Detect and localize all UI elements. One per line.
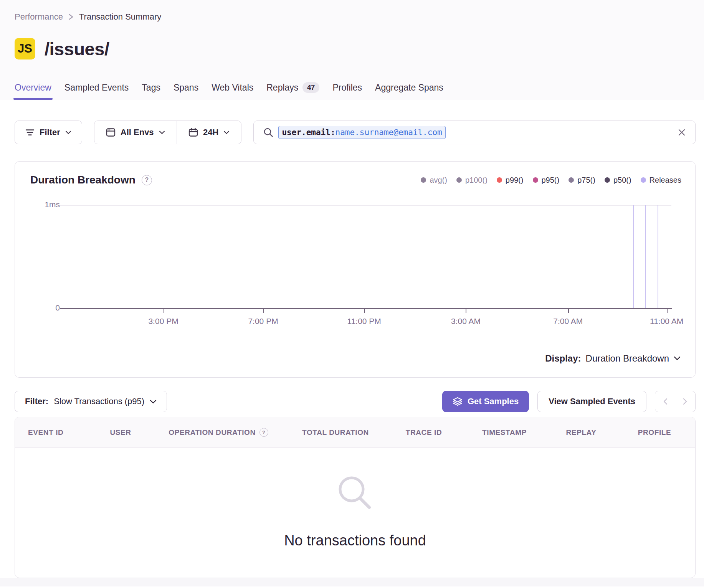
column-header-label: EVENT ID bbox=[28, 428, 63, 437]
tab-label: Tags bbox=[142, 83, 160, 93]
column-header-user: USER bbox=[88, 428, 153, 437]
tab-label: Replays bbox=[266, 83, 298, 93]
search-icon bbox=[263, 127, 274, 138]
tab-web-vitals[interactable]: Web Vitals bbox=[212, 82, 253, 100]
tab-bar: OverviewSampled EventsTagsSpansWeb Vital… bbox=[15, 82, 696, 100]
legend-item-p99[interactable]: p99() bbox=[497, 176, 524, 185]
tab-sampled-events[interactable]: Sampled Events bbox=[64, 82, 129, 100]
legend-item-releases[interactable]: Releases bbox=[641, 176, 681, 185]
chevron-down-icon bbox=[150, 400, 157, 404]
footer-strip bbox=[0, 578, 704, 586]
legend-dot-icon bbox=[568, 177, 574, 183]
legend-dot-icon bbox=[605, 177, 610, 183]
tab-label: Sampled Events bbox=[64, 83, 129, 93]
y-axis-max-label: 1ms bbox=[15, 200, 60, 209]
tab-tags[interactable]: Tags bbox=[142, 82, 160, 100]
x-axis-tick-label: 7:00 PM bbox=[248, 317, 278, 326]
tab-label: Overview bbox=[15, 83, 51, 93]
column-header-timestamp: TIMESTAMP bbox=[460, 428, 549, 437]
column-header-label: TOTAL DURATION bbox=[302, 428, 369, 437]
samples-toolbar: Filter: Slow Transactions (p95) Get Samp… bbox=[15, 391, 696, 412]
table-empty-state: No transactions found bbox=[15, 448, 695, 578]
x-axis-tick-label: 3:00 AM bbox=[451, 317, 481, 326]
breadcrumb: Performance Transaction Summary bbox=[15, 12, 696, 22]
display-label: Display: bbox=[545, 353, 581, 364]
x-axis-tick bbox=[164, 309, 164, 313]
tab-replays[interactable]: Replays47 bbox=[266, 82, 319, 100]
legend-item-p95[interactable]: p95() bbox=[533, 176, 560, 185]
transactions-filter-label: Filter: bbox=[25, 396, 48, 406]
breadcrumb-performance[interactable]: Performance bbox=[15, 12, 63, 22]
legend-dot-icon bbox=[456, 177, 462, 183]
transactions-filter-dropdown[interactable]: Filter: Slow Transactions (p95) bbox=[15, 391, 167, 412]
date-range-label: 24H bbox=[203, 127, 218, 137]
clear-search-icon[interactable] bbox=[678, 128, 686, 137]
tab-label: Spans bbox=[174, 83, 198, 93]
chart-legend: avg()p100()p99()p95()p75()p50()Releases bbox=[421, 176, 681, 185]
chevron-down-icon bbox=[674, 356, 681, 360]
help-icon[interactable] bbox=[259, 428, 268, 437]
legend-label: p99() bbox=[506, 176, 524, 185]
legend-item-avg[interactable]: avg() bbox=[421, 176, 447, 185]
column-header-total-duration: TOTAL DURATION bbox=[284, 428, 387, 437]
next-page-button[interactable] bbox=[675, 391, 695, 412]
tab-overview[interactable]: Overview bbox=[15, 82, 51, 100]
page-title: /issues/ bbox=[45, 38, 109, 59]
date-range-selector[interactable]: 24H bbox=[177, 121, 241, 144]
platform-js-badge: JS bbox=[15, 38, 35, 59]
environment-selector[interactable]: All Envs bbox=[94, 121, 177, 144]
legend-label: p95() bbox=[542, 176, 560, 185]
chart-title: Duration Breakdown bbox=[30, 174, 136, 186]
get-samples-label: Get Samples bbox=[468, 396, 519, 406]
legend-label: Releases bbox=[649, 176, 681, 185]
filter-button[interactable]: Filter bbox=[15, 121, 82, 144]
x-axis-labels: 3:00 PM7:00 PM11:00 PM3:00 AM7:00 AM11:0… bbox=[15, 317, 684, 329]
column-header-label: TRACE ID bbox=[406, 428, 442, 437]
previous-page-button[interactable] bbox=[655, 391, 675, 412]
x-axis-tick-label: 7:00 AM bbox=[553, 317, 583, 326]
x-axis-tick bbox=[364, 309, 365, 313]
get-samples-button[interactable]: Get Samples bbox=[442, 391, 529, 412]
column-header-label: USER bbox=[110, 428, 131, 437]
help-icon[interactable] bbox=[142, 175, 152, 185]
transactions-table: EVENT IDUSEROPERATION DURATIONTOTAL DURA… bbox=[15, 417, 696, 578]
chevron-down-icon bbox=[65, 130, 71, 134]
empty-message: No transactions found bbox=[284, 532, 426, 549]
legend-item-p50[interactable]: p50() bbox=[605, 176, 631, 185]
tab-spans[interactable]: Spans bbox=[174, 82, 198, 100]
search-token[interactable]: user.email:name.surname@email.com bbox=[278, 126, 445, 139]
legend-dot-icon bbox=[497, 177, 502, 183]
pagination bbox=[655, 391, 696, 412]
chevron-down-icon bbox=[159, 130, 165, 134]
filter-button-label: Filter bbox=[40, 127, 60, 137]
y-axis-min-label: 0 bbox=[15, 303, 60, 312]
column-header-label: PROFILE bbox=[638, 428, 671, 437]
title-row: JS /issues/ bbox=[15, 37, 696, 61]
env-date-group: All Envs 24H bbox=[94, 121, 242, 144]
column-header-operation-duration: OPERATION DURATION bbox=[153, 428, 284, 437]
duration-breakdown-panel: Duration Breakdown avg()p100()p99()p95()… bbox=[15, 161, 696, 378]
tab-count-badge: 47 bbox=[302, 82, 319, 93]
tab-aggregate-spans[interactable]: Aggregate Spans bbox=[375, 82, 443, 100]
legend-dot-icon bbox=[641, 177, 646, 183]
column-header-event-id: EVENT ID bbox=[15, 428, 88, 437]
x-axis-tick-label: 11:00 AM bbox=[650, 317, 683, 326]
legend-item-p100[interactable]: p100() bbox=[456, 176, 488, 185]
column-header-label: TIMESTAMP bbox=[482, 428, 527, 437]
view-sampled-events-button[interactable]: View Sampled Events bbox=[537, 391, 646, 412]
display-selector[interactable]: Display: Duration Breakdown bbox=[15, 339, 695, 377]
window-icon bbox=[106, 128, 116, 137]
x-axis-tick bbox=[263, 309, 264, 313]
legend-item-p75[interactable]: p75() bbox=[568, 176, 595, 185]
search-input[interactable]: user.email:name.surname@email.com bbox=[253, 121, 696, 144]
column-header-profile: PROFILE bbox=[614, 428, 695, 437]
view-sampled-events-label: View Sampled Events bbox=[549, 396, 635, 406]
tab-profiles[interactable]: Profiles bbox=[332, 82, 362, 100]
tab-label: Aggregate Spans bbox=[375, 83, 443, 93]
legend-dot-icon bbox=[533, 177, 538, 183]
column-header-label: OPERATION DURATION bbox=[169, 428, 255, 437]
breadcrumb-transaction-summary: Transaction Summary bbox=[79, 12, 161, 22]
table-header-row: EVENT IDUSEROPERATION DURATIONTOTAL DURA… bbox=[15, 417, 695, 448]
x-axis-tick-label: 3:00 PM bbox=[148, 317, 178, 326]
search-token-value: name.surname@email.com bbox=[335, 128, 442, 137]
